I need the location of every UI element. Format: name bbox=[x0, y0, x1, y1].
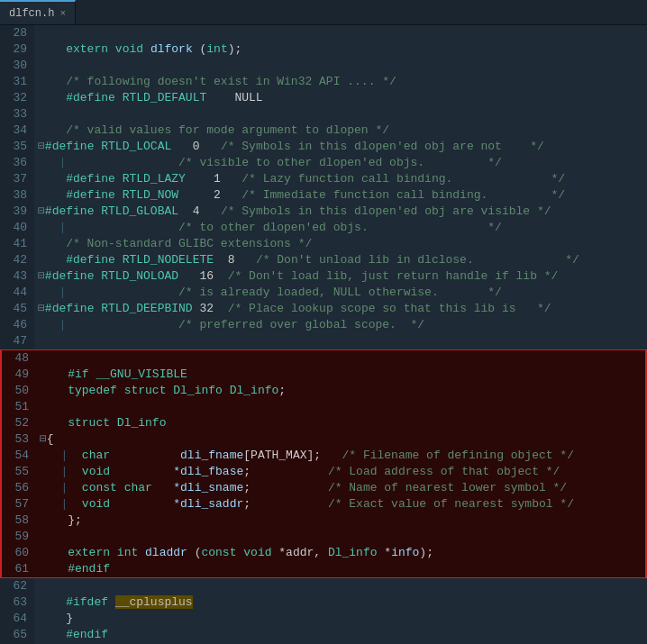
line-number: 33 bbox=[0, 106, 34, 122]
code-line: 37 #define RTLD_LAZY 1 /* Lazy function … bbox=[0, 171, 647, 187]
line-number: 31 bbox=[0, 74, 34, 90]
line-content: | char dli_fname[PATH_MAX]; /* Filename … bbox=[36, 448, 645, 464]
line-content bbox=[36, 399, 645, 415]
code-line: 43⊟#define RTLD_NOLOAD 16 /* Don't load … bbox=[0, 268, 647, 285]
code-line: 40 | /* to other dlopen'ed objs. */ bbox=[0, 220, 647, 236]
line-number: 46 bbox=[0, 317, 34, 333]
code-line: 30 bbox=[0, 58, 647, 74]
line-number: 41 bbox=[0, 236, 34, 252]
code-line: 33 bbox=[0, 106, 647, 122]
line-number: 55 bbox=[2, 464, 36, 480]
tab-dlfcn[interactable]: dlfcn.h × bbox=[0, 0, 76, 24]
line-number: 53 bbox=[2, 431, 36, 448]
line-number: 38 bbox=[0, 187, 34, 204]
code-line: 32 #define RTLD_DEFAULT NULL bbox=[0, 90, 647, 106]
line-number: 49 bbox=[2, 367, 36, 383]
line-content: /* valid values for mode argument to dlo… bbox=[34, 122, 647, 139]
line-number: 47 bbox=[0, 333, 34, 349]
code-line: 52 struct Dl_info bbox=[0, 415, 647, 431]
code-line: 51 bbox=[0, 399, 647, 415]
line-content: | /* is already loaded, NULL otherwise. … bbox=[34, 285, 647, 301]
line-number: 52 bbox=[2, 415, 36, 431]
tab-bar: dlfcn.h × bbox=[0, 0, 647, 25]
line-number: 45 bbox=[0, 301, 34, 317]
code-line: 29 extern void dlfork (int); bbox=[0, 41, 647, 58]
line-number: 62 bbox=[0, 578, 34, 594]
code-line: 62 bbox=[0, 578, 647, 594]
line-number: 30 bbox=[0, 58, 34, 74]
line-number: 61 bbox=[2, 561, 36, 577]
line-number: 34 bbox=[0, 122, 34, 139]
line-content: | void *dli_fbase; /* Load address of th… bbox=[36, 464, 645, 480]
line-number: 36 bbox=[0, 155, 34, 171]
code-line: 47 bbox=[0, 333, 647, 349]
code-line: 48 bbox=[0, 349, 647, 367]
code-line: 53⊟{ bbox=[0, 431, 647, 448]
line-number: 42 bbox=[0, 252, 34, 268]
line-content bbox=[36, 529, 645, 545]
line-number: 35 bbox=[0, 139, 34, 155]
line-number: 58 bbox=[2, 512, 36, 529]
code-line: 61 #endif bbox=[0, 561, 647, 578]
code-line: 64 } bbox=[0, 611, 647, 627]
code-line: 65 #endif bbox=[0, 627, 647, 643]
line-content bbox=[34, 578, 647, 594]
line-content: ⊟#define RTLD_NOLOAD 16 /* Don't load li… bbox=[34, 268, 647, 285]
code-line: 63 #ifdef __cplusplus bbox=[0, 594, 647, 611]
line-number: 50 bbox=[2, 383, 36, 399]
line-content: #define RTLD_NODELETE 8 /* Don't unload … bbox=[34, 252, 647, 268]
line-number: 54 bbox=[2, 448, 36, 464]
line-content bbox=[36, 350, 645, 367]
line-content: #define RTLD_NOW 2 /* Immediate function… bbox=[34, 187, 647, 204]
code-line: 42 #define RTLD_NODELETE 8 /* Don't unlo… bbox=[0, 252, 647, 268]
line-content: /* Non-standard GLIBC extensions */ bbox=[34, 236, 647, 252]
line-content: } bbox=[34, 611, 647, 627]
line-content: ⊟{ bbox=[36, 431, 645, 448]
line-content: extern void dlfork (int); bbox=[34, 41, 647, 58]
code-line: 59 bbox=[0, 529, 647, 545]
line-content: ⊟#define RTLD_DEEPBIND 32 /* Place looku… bbox=[34, 301, 647, 317]
line-content: | /* to other dlopen'ed objs. */ bbox=[34, 220, 647, 236]
line-content: | const char *dli_sname; /* Name of near… bbox=[36, 480, 645, 496]
line-content bbox=[34, 333, 647, 349]
code-area: 2829 extern void dlfork (int);3031 /* fo… bbox=[0, 25, 647, 644]
code-line: 41 /* Non-standard GLIBC extensions */ bbox=[0, 236, 647, 252]
line-content bbox=[34, 58, 647, 74]
line-content: | void *dli_saddr; /* Exact value of nea… bbox=[36, 496, 645, 512]
code-line: 50 typedef struct Dl_info Dl_info; bbox=[0, 383, 647, 399]
line-number: 56 bbox=[2, 480, 36, 496]
line-content: extern int dladdr (const void *addr, Dl_… bbox=[36, 545, 645, 561]
line-content bbox=[34, 25, 647, 41]
line-number: 37 bbox=[0, 171, 34, 187]
code-line: 38 #define RTLD_NOW 2 /* Immediate funct… bbox=[0, 187, 647, 204]
line-number: 59 bbox=[2, 529, 36, 545]
line-number: 43 bbox=[0, 268, 34, 285]
code-line: 36 | /* visible to other dlopen'ed objs.… bbox=[0, 155, 647, 171]
line-number: 57 bbox=[2, 496, 36, 512]
line-content: | /* visible to other dlopen'ed objs. */ bbox=[34, 155, 647, 171]
code-line: 54 | char dli_fname[PATH_MAX]; /* Filena… bbox=[0, 448, 647, 464]
line-number: 29 bbox=[0, 41, 34, 58]
line-content: ⊟#define RTLD_GLOBAL 4 /* Symbols in thi… bbox=[34, 204, 647, 220]
code-line: 31 /* following doesn't exist in Win32 A… bbox=[0, 74, 647, 90]
code-line: 44 | /* is already loaded, NULL otherwis… bbox=[0, 285, 647, 301]
line-number: 65 bbox=[0, 627, 34, 643]
line-number: 28 bbox=[0, 25, 34, 41]
tab-filename: dlfcn.h bbox=[9, 7, 54, 20]
line-number: 51 bbox=[2, 399, 36, 415]
line-content bbox=[34, 106, 647, 122]
line-content: struct Dl_info bbox=[36, 415, 645, 431]
line-content: ⊟#define RTLD_LOCAL 0 /* Symbols in this… bbox=[34, 139, 647, 155]
line-content: #ifdef __cplusplus bbox=[34, 594, 647, 611]
line-content: #define RTLD_LAZY 1 /* Lazy function cal… bbox=[34, 171, 647, 187]
line-content: }; bbox=[36, 512, 645, 529]
line-content: | /* preferred over global scope. */ bbox=[34, 317, 647, 333]
code-line: 56 | const char *dli_sname; /* Name of n… bbox=[0, 480, 647, 496]
tab-close-button[interactable]: × bbox=[59, 8, 66, 19]
code-line: 28 bbox=[0, 25, 647, 41]
code-line: 35⊟#define RTLD_LOCAL 0 /* Symbols in th… bbox=[0, 139, 647, 155]
code-line: 49 #if __GNU_VISIBLE bbox=[0, 367, 647, 383]
line-content: #endif bbox=[34, 627, 647, 643]
line-number: 60 bbox=[2, 545, 36, 561]
code-line: 39⊟#define RTLD_GLOBAL 4 /* Symbols in t… bbox=[0, 204, 647, 220]
